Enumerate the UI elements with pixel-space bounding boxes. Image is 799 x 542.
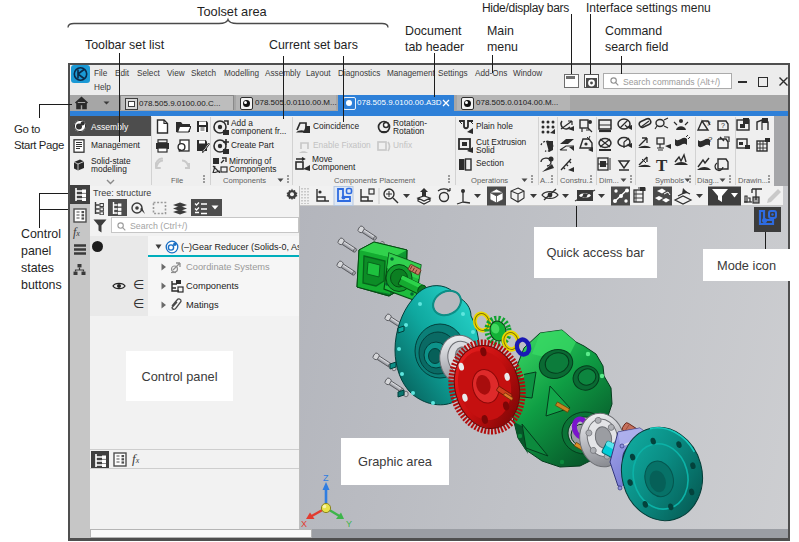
svg-text:X: X [301, 519, 307, 529]
svg-text:T: T [656, 156, 668, 174]
svg-text:Y: Y [346, 519, 352, 529]
svg-text:?: ? [706, 119, 711, 128]
svg-text:Z: Z [323, 473, 329, 483]
svg-text:?: ? [708, 135, 713, 144]
svg-text:?: ? [721, 122, 725, 129]
